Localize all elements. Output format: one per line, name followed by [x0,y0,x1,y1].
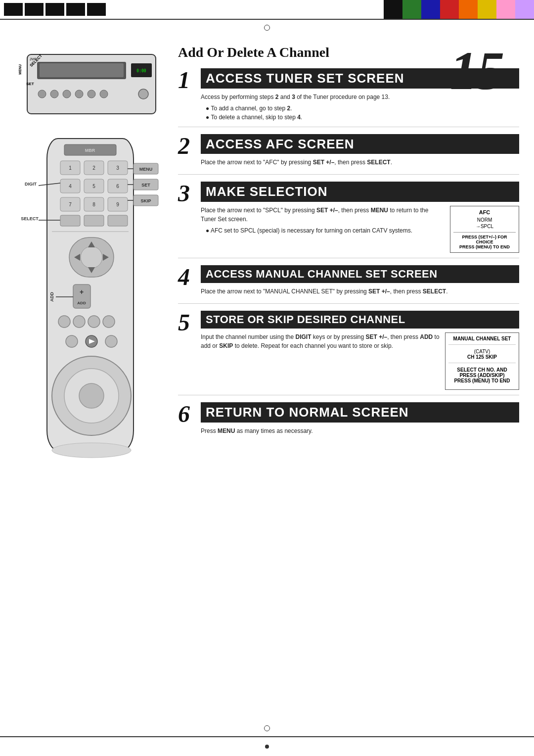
color-block-1 [384,0,402,19]
header-bar [0,0,534,19]
svg-point-66 [103,316,115,328]
step-1-header: 1 ACCESS TUNER SET SCREEN Access by perf… [178,68,519,122]
bottom-divider [0,736,534,737]
svg-text:9: 9 [116,202,119,207]
step-3-section: 3 MAKE SELECTION Place the arrow next to… [178,182,519,258]
svg-text:6: 6 [116,184,119,189]
svg-text:SKIP: SKIP [140,198,151,203]
reg-mark-bottom [264,725,270,731]
step-2-heading: ACCESS AFC SCREEN [201,134,519,154]
svg-point-53 [81,246,102,268]
step-5-header: 5 STORE OR SKIP DESIRED CHANNEL Input th… [178,311,519,390]
step-5-left: Input the channel number using the DIGIT… [201,332,440,390]
step-1-section: 1 ACCESS TUNER SET SCREEN Access by perf… [178,68,519,127]
step-3-panel-spcl: →SPCL [453,224,516,229]
step-4-text: Place the arrow next to "MANUAL CHANNEL … [201,287,519,296]
black-block-3 [45,3,64,16]
svg-text:SELECT: SELECT [21,216,39,221]
header-black-blocks [0,0,110,19]
left-panel: 0:00 JVC MENU MENU SELECT SET MBR [15,45,168,731]
svg-text:2: 2 [92,165,95,171]
step-6-content: RETURN TO NORMAL SCREEN Press MENU as ma… [201,402,519,438]
step-2-section: 2 ACCESS AFC SCREEN Place the arrow next… [178,134,519,175]
svg-text:+: + [80,288,84,296]
color-block-8 [515,0,534,19]
step-4-heading: ACCESS MANUAL CHANNEL SET SCREEN [201,265,519,283]
svg-text:ADD: ADD [77,301,86,305]
step-5-section: 5 STORE OR SKIP DESIRED CHANNEL Input th… [178,311,519,395]
step-3-side-panel: AFC NORM →SPCL PRESS (SET+/–) FOR CHOICE… [450,206,519,253]
svg-text:8: 8 [92,202,95,207]
svg-point-74 [52,443,131,458]
svg-text:DIGIT: DIGIT [25,182,37,187]
step-6-header: 6 RETURN TO NORMAL SCREEN Press MENU as … [178,402,519,438]
step-2-number: 2 [178,134,197,158]
step-5-panel-section-3: SELECT CH NO. ANDPRESS (ADD/SKIP)PRESS (… [448,367,516,386]
svg-text:MBR: MBR [85,148,95,153]
step-5-panel-mcs: MANUAL CHANNEL SET [448,336,516,341]
step-5-content: STORE OR SKIP DESIRED CHANNEL Input the … [201,311,519,390]
svg-point-73 [79,383,104,408]
step-3-header: 3 MAKE SELECTION Place the arrow next to… [178,182,519,253]
step-4-number: 4 [178,265,197,289]
step-3-text: Place the arrow next to "SPCL" by pressi… [201,206,445,224]
step-2-content: ACCESS AFC SCREEN Place the arrow next t… [201,134,519,170]
step-3-layout: Place the arrow next to "SPCL" by pressi… [201,206,519,253]
svg-rect-48 [60,215,80,226]
step-1-bullet-2: To delete a channel, skip to step 4. [206,113,519,122]
step-3-bullet-1: AFC set to SPCL (special) is necessary f… [206,226,445,235]
svg-point-64 [73,316,85,328]
step-5-panel-section-1: MANUAL CHANNEL SET [448,336,516,345]
header-color-blocks [384,0,534,19]
color-block-5 [459,0,478,19]
svg-text:7: 7 [69,202,72,207]
svg-rect-49 [84,215,104,226]
svg-text:SET: SET [141,183,150,188]
step-6-section: 6 RETURN TO NORMAL SCREEN Press MENU as … [178,402,519,443]
svg-text:5: 5 [92,184,95,189]
step-1-content: ACCESS TUNER SET SCREEN Access by perfor… [201,68,519,122]
step-5-panel-instruction: SELECT CH NO. ANDPRESS (ADD/SKIP)PRESS (… [448,367,516,383]
top-divider [0,19,534,20]
step-3-panel-norm: NORM [453,217,516,223]
svg-point-69 [105,335,117,347]
step-5-number: 5 [178,311,197,334]
step-5-text: Input the channel number using the DIGIT… [201,332,440,350]
step-3-panel-label: PRESS (SET+/–) FOR CHOICEPRESS (MENU) TO… [453,232,516,249]
select-label-vcr: SELECT [29,53,43,68]
svg-point-65 [88,316,100,328]
color-block-4 [440,0,459,19]
step-3-heading: MAKE SELECTION [201,182,519,202]
center-dot [265,745,269,749]
step-4-header: 4 ACCESS MANUAL CHANNEL SET SCREEN Place… [178,265,519,298]
step-3-content: MAKE SELECTION Place the arrow next to "… [201,182,519,253]
step-2-header: 2 ACCESS AFC SCREEN Place the arrow next… [178,134,519,170]
color-block-3 [421,0,440,19]
step-5-side-panel: MANUAL CHANNEL SET (CATV) CH 125 SKIP SE… [445,332,519,390]
step-6-text: Press MENU as many times as necessary. [201,426,519,435]
set-label-vcr: SET [26,82,34,86]
step-6-heading: RETURN TO NORMAL SCREEN [201,402,519,423]
step-5-panel-ch: CH 125 SKIP [448,354,516,360]
step-4-section: 4 ACCESS MANUAL CHANNEL SET SCREEN Place… [178,265,519,304]
step-1-heading: ACCESS TUNER SET SCREEN [201,68,519,89]
step-1-bullet-1: To add a channel, go to step 2. [206,104,519,113]
step-3-number: 3 [178,182,197,205]
step-1-number: 1 [178,68,197,92]
right-panel: Add Or Delete A Channel 1 ACCESS TUNER S… [178,45,519,450]
step-4-content: ACCESS MANUAL CHANNEL SET SCREEN Place t… [201,265,519,298]
svg-point-67 [66,335,78,347]
section-title: Add Or Delete A Channel [178,45,519,60]
svg-point-63 [58,316,70,328]
color-block-2 [402,0,421,19]
svg-text:3: 3 [116,165,119,171]
svg-text:MENU: MENU [139,167,153,172]
svg-rect-50 [108,215,128,226]
svg-text:1: 1 [69,165,72,171]
step-5-panel-section-2: (CATV) CH 125 SKIP [448,349,516,363]
step-2-text: Place the arrow next to "AFC" by pressin… [201,158,519,167]
svg-text:4: 4 [69,184,72,189]
reg-mark-top [264,25,270,31]
step-5-panel-catv: (CATV) [448,349,516,354]
step-5-heading: STORE OR SKIP DESIRED CHANNEL [201,311,519,329]
